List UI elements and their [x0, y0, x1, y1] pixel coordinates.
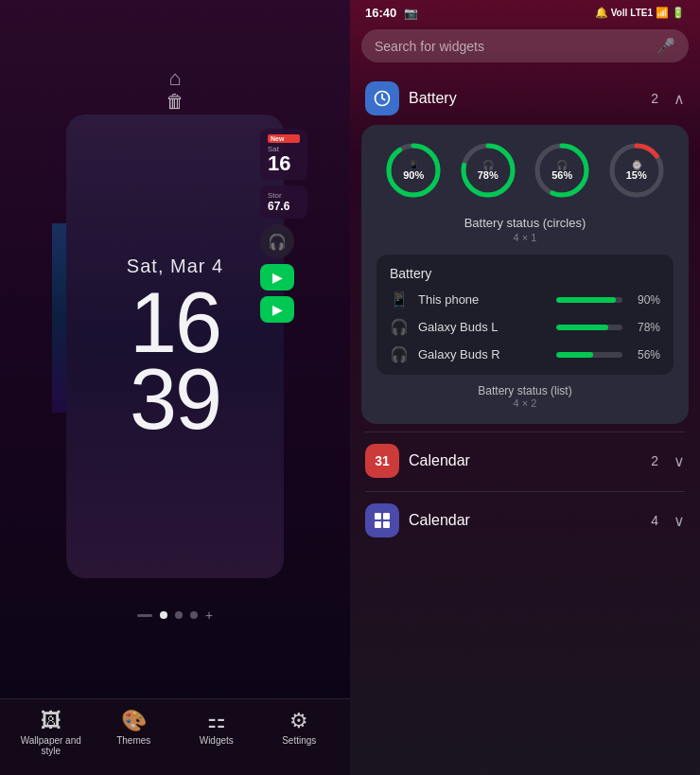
nav-wallpaper[interactable]: 🖼 Wallpaper andstyle — [18, 711, 84, 756]
widgets-label: Widgets — [200, 735, 234, 746]
svg-rect-11 — [375, 521, 381, 528]
calendar2-chevron-down[interactable]: ∨ — [674, 512, 685, 530]
calendar2-section-count: 4 — [651, 513, 658, 528]
battery-section: Battery 2 ∧ 📱 — [358, 72, 692, 424]
circles-widget-label: Battery status (circles) — [376, 216, 674, 230]
calendar1-section-count: 2 — [651, 453, 658, 468]
calendar2-section-icon — [365, 503, 399, 537]
buds-l-list-icon: 🎧 — [390, 318, 409, 336]
buds-r-list-icon: 🎧 — [390, 345, 409, 363]
battery-section-header[interactable]: Battery 2 ∧ — [358, 72, 692, 125]
calendar1-section-icon: 31 — [365, 444, 399, 478]
battery-list-card: Battery 📱 This phone 90% 🎧 Galaxy Buds L — [376, 255, 674, 375]
buds-r-pct-text: 56% — [632, 348, 660, 361]
phone-list-name: This phone — [418, 292, 547, 307]
svg-rect-9 — [375, 513, 381, 520]
new-card: New Sat 16 — [260, 129, 307, 180]
battery-row-buds-r: 🎧 Galaxy Buds R 56% — [390, 345, 660, 363]
status-time: 16:40 📷 — [365, 6, 418, 20]
battery-row-buds-l: 🎧 Galaxy Buds L 78% — [390, 318, 660, 336]
phone-card: Sat, Mar 4 16 39 — [66, 114, 284, 578]
battery-section-count: 2 — [651, 91, 658, 106]
svg-rect-12 — [383, 521, 390, 528]
calendar1-section-header[interactable]: 31 Calendar 2 ∨ — [358, 434, 692, 487]
new-badge: New — [268, 134, 300, 143]
mic-icon[interactable]: 🎤 — [656, 37, 675, 55]
calendar1-chevron-down[interactable]: ∨ — [674, 452, 685, 470]
dots-row: + — [137, 608, 213, 623]
calendar1-section-title: Calendar — [409, 452, 641, 469]
battery-chevron-up[interactable]: ∧ — [674, 90, 685, 108]
phone-time: 16 39 — [130, 285, 220, 438]
calendar2-section-title: Calendar — [409, 512, 641, 529]
circles-widget-size: 4 × 1 — [376, 232, 674, 243]
list-widget-label: Battery status (list) — [376, 384, 674, 397]
alarm-icon: 🔔 — [595, 7, 608, 19]
dot-plus[interactable]: + — [205, 608, 213, 623]
nav-themes[interactable]: 🎨 Themes — [100, 711, 166, 756]
buds-l-list-name: Galaxy Buds L — [418, 320, 547, 334]
circle-buds-r: 🎧 56% — [532, 140, 592, 201]
search-bar[interactable]: Search for widgets 🎤 — [361, 29, 689, 62]
signal-text: Voll — [611, 8, 628, 18]
circle-watch-inner: ⌚ 15% — [626, 161, 647, 181]
circle-buds-r-wrapper: 🎧 56% — [532, 140, 592, 201]
phone-pct-text: 90% — [632, 293, 660, 307]
phone-hours: 16 — [130, 285, 220, 361]
settings-icon: ⚙ — [289, 711, 308, 731]
circle-buds-l-wrapper: 🎧 78% — [458, 140, 518, 201]
nav-settings[interactable]: ⚙ Settings — [266, 711, 332, 756]
calendar2-section-header[interactable]: Calendar 4 ∨ — [358, 494, 692, 547]
buds-l-circle-pct: 78% — [478, 170, 499, 181]
home-icon: ⌂ — [168, 66, 181, 91]
storage-val: 67.6 — [268, 200, 300, 213]
dot-line — [137, 614, 152, 617]
signal-bars: 📶 — [656, 7, 669, 19]
circle-phone: 📱 90% — [383, 140, 444, 201]
green-btn-2[interactable]: ▶ — [260, 296, 294, 323]
battery-section-title: Battery — [409, 90, 641, 107]
right-panel: 16:40 📷 🔔 Voll LTE1 📶 🔋 Search for widge… — [350, 0, 700, 775]
storage-card: Stor 67.6 — [260, 185, 307, 219]
nav-widgets[interactable]: ⚏ Widgets — [184, 711, 250, 756]
phone-minutes: 39 — [130, 361, 220, 438]
circle-phone-wrapper: 📱 90% — [383, 140, 444, 201]
buds-l-pct-text: 78% — [632, 321, 660, 334]
battery-circles-row: 📱 90% 🎧 — [376, 140, 674, 201]
watch-circle-pct: 15% — [626, 170, 647, 181]
buds-r-bar-container — [556, 352, 622, 358]
buds-l-bar-container — [556, 325, 622, 330]
dot-1 — [175, 611, 183, 619]
buds-r-list-name: Galaxy Buds R — [418, 347, 547, 361]
circle-watch-wrapper: ⌚ 15% — [606, 140, 667, 201]
phone-date: Sat, Mar 4 — [127, 255, 223, 277]
status-bar: 16:40 📷 🔔 Voll LTE1 📶 🔋 — [350, 0, 700, 24]
svg-rect-10 — [383, 513, 390, 520]
status-camera-icon: 📷 — [404, 7, 418, 20]
dot-2 — [190, 611, 198, 619]
storage-label: Stor — [268, 191, 300, 200]
calendar2-section: Calendar 4 ∨ — [358, 494, 692, 547]
battery-row-phone: 📱 This phone 90% — [390, 291, 660, 308]
dot-active — [160, 611, 167, 619]
list-widget-size: 4 × 2 — [376, 397, 674, 409]
battery-circles-card: 📱 90% 🎧 — [361, 125, 689, 424]
phone-bar — [556, 297, 616, 303]
date-num: 16 — [268, 153, 300, 174]
themes-label: Themes — [116, 735, 150, 746]
circle-buds-l-inner: 🎧 78% — [478, 161, 499, 181]
buds-icon: 🎧 — [260, 224, 294, 258]
lte-text: LTE1 — [630, 8, 653, 18]
left-panel: ⌂ 🗑 Sat, Mar 4 16 39 New Sat 16 Stor 67.… — [0, 0, 350, 775]
trash-icon[interactable]: 🗑 — [166, 91, 184, 113]
battery-section-icon — [365, 81, 399, 115]
status-icons: 🔔 Voll LTE1 📶 🔋 — [595, 7, 685, 19]
circle-phone-inner: 📱 90% — [403, 161, 424, 181]
settings-label: Settings — [282, 735, 316, 746]
calendar1-section: 31 Calendar 2 ∨ — [358, 434, 692, 487]
green-btn-1[interactable]: ▶ — [260, 264, 294, 291]
battery-list-title: Battery — [390, 266, 660, 281]
widgets-icon: ⚏ — [207, 711, 226, 731]
circle-watch: ⌚ 15% — [606, 140, 667, 201]
divider-1 — [365, 432, 685, 432]
